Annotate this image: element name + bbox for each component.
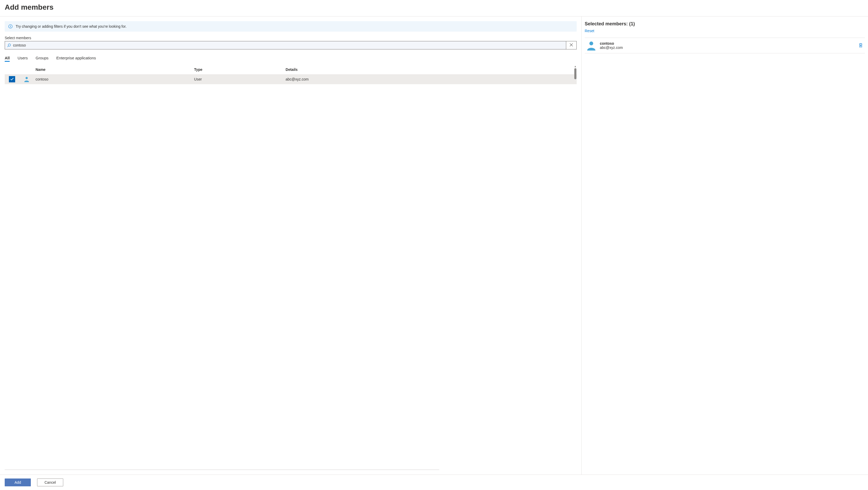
svg-point-1: [10, 25, 11, 26]
scroll-thumb[interactable]: [574, 68, 577, 79]
row-checkbox[interactable]: [9, 76, 15, 82]
close-button[interactable]: [861, 3, 863, 11]
results-table: ▲ Name Type Details: [5, 65, 577, 470]
info-banner: Try changing or adding filters if you do…: [5, 21, 577, 32]
tab-groups[interactable]: Groups: [35, 56, 48, 62]
row-name: contoso: [34, 77, 194, 81]
add-button[interactable]: Add: [5, 479, 31, 486]
table-header-row: Name Type Details: [5, 65, 577, 74]
tab-enterprise-applications[interactable]: Enterprise applications: [56, 56, 96, 62]
selected-member-details: abc@xyz.com: [600, 46, 858, 50]
col-header-type[interactable]: Type: [194, 67, 286, 71]
user-avatar-icon: [24, 76, 30, 82]
search-input[interactable]: [13, 41, 566, 49]
svg-point-3: [8, 44, 10, 46]
panel-header: Add members: [0, 0, 868, 16]
col-header-details[interactable]: Details: [286, 67, 577, 71]
selected-panel: Selected members: (1) Reset contoso abc@…: [582, 17, 868, 474]
svg-rect-2: [10, 26, 10, 27]
checkmark-icon: [10, 77, 14, 82]
tab-users[interactable]: Users: [18, 56, 28, 62]
remove-member-button[interactable]: [858, 42, 864, 50]
trash-icon: [859, 45, 863, 48]
filter-tabs: All Users Groups Enterprise applications: [5, 56, 577, 62]
selected-member-name: contoso: [600, 41, 858, 46]
row-type: User: [194, 77, 286, 81]
x-icon: [569, 43, 573, 47]
info-banner-text: Try changing or adding filters if you do…: [16, 24, 126, 29]
info-icon: [8, 24, 12, 29]
table-row[interactable]: contoso User abc@xyz.com: [5, 74, 577, 84]
page-title: Add members: [5, 3, 54, 11]
svg-point-6: [589, 41, 593, 46]
selected-member-item: contoso abc@xyz.com: [585, 38, 865, 53]
clear-search-button[interactable]: [566, 41, 577, 49]
scroll-up-icon: ▲: [574, 65, 577, 68]
selected-count: (1): [629, 21, 635, 26]
row-details: abc@xyz.com: [286, 77, 577, 81]
search-label: Select members: [5, 36, 577, 40]
search-panel: Try changing or adding filters if you do…: [0, 17, 582, 474]
svg-point-5: [26, 77, 28, 79]
user-avatar-icon: [586, 40, 597, 51]
scrollbar[interactable]: ▲: [574, 65, 577, 79]
reset-link[interactable]: Reset: [585, 29, 594, 33]
col-header-name[interactable]: Name: [34, 67, 194, 71]
footer: Add Cancel: [0, 474, 868, 490]
cancel-button[interactable]: Cancel: [37, 479, 63, 486]
search-field[interactable]: [5, 41, 577, 50]
tab-all[interactable]: All: [5, 56, 10, 62]
svg-line-4: [7, 46, 8, 47]
search-icon: [5, 44, 13, 47]
selected-members-heading: Selected members: (1): [585, 21, 865, 27]
